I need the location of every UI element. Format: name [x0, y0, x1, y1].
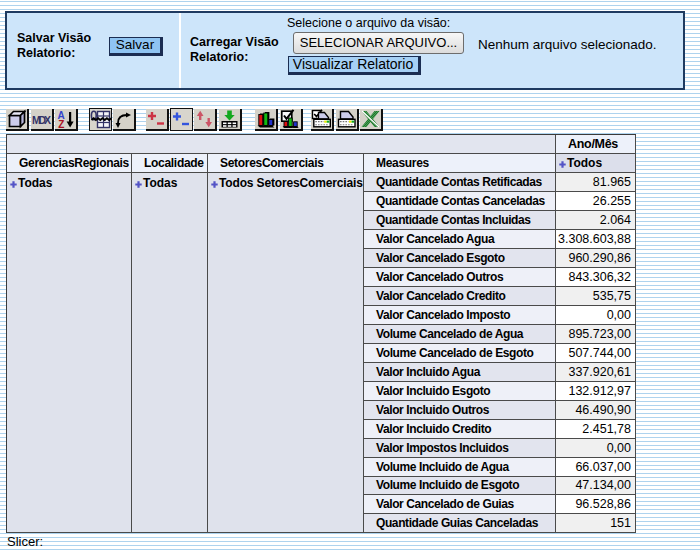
svg-text:MDX: MDX	[32, 114, 51, 126]
svg-text:Z: Z	[58, 119, 64, 129]
